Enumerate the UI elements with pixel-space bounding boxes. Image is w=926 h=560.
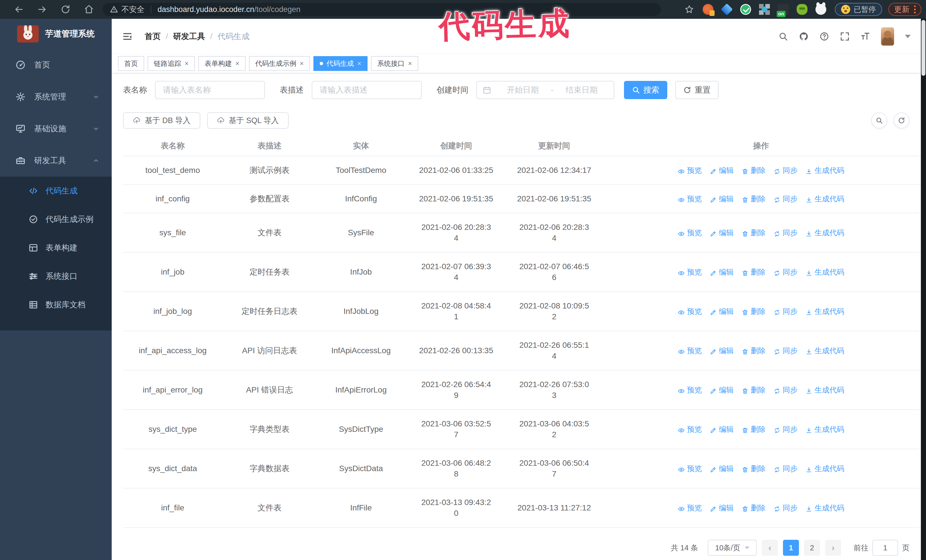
generate-code-action-link[interactable]: 生成代码 bbox=[805, 503, 844, 513]
reload-icon[interactable] bbox=[61, 4, 71, 15]
eye-action-link[interactable]: 预览 bbox=[678, 227, 702, 238]
update-button[interactable]: 更新 bbox=[888, 3, 921, 16]
home-icon[interactable] bbox=[84, 4, 94, 15]
delete-action-link[interactable]: 删除 bbox=[741, 424, 766, 435]
page-size-select[interactable]: 10条/页 bbox=[708, 540, 757, 556]
reset-button[interactable]: 重置 bbox=[675, 81, 719, 99]
edit-action-link[interactable]: 编辑 bbox=[710, 227, 734, 238]
font-size-icon[interactable] bbox=[861, 32, 870, 41]
close-icon[interactable]: × bbox=[235, 60, 239, 67]
eye-action-link[interactable]: 预览 bbox=[678, 503, 702, 513]
sync-action-link[interactable]: 同步 bbox=[773, 165, 797, 176]
edit-action-link[interactable]: 编辑 bbox=[710, 424, 734, 435]
fullscreen-icon[interactable] bbox=[840, 32, 850, 41]
submenu-item-0[interactable]: 代码生成 bbox=[0, 177, 112, 205]
sidebar-item-home[interactable]: 首页 bbox=[0, 49, 112, 81]
tab-3[interactable]: 代码生成示例× bbox=[249, 56, 310, 71]
delete-action-link[interactable]: 删除 bbox=[741, 385, 766, 395]
kebab-menu-icon[interactable] bbox=[914, 5, 916, 14]
tab-5[interactable]: 系统接口× bbox=[371, 56, 418, 71]
delete-action-link[interactable]: 删除 bbox=[741, 463, 766, 474]
edit-action-link[interactable]: 编辑 bbox=[710, 345, 734, 356]
delete-action-link[interactable]: 删除 bbox=[741, 165, 766, 176]
avatar[interactable] bbox=[881, 27, 894, 45]
generate-code-action-link[interactable]: 生成代码 bbox=[805, 345, 844, 356]
white-paw-extension-icon[interactable] bbox=[816, 4, 826, 15]
tab-2[interactable]: 表单构建× bbox=[198, 56, 246, 71]
sync-action-link[interactable]: 同步 bbox=[773, 385, 797, 395]
on-badge-extension-icon[interactable]: on bbox=[778, 4, 789, 15]
sync-action-link[interactable]: 同步 bbox=[773, 267, 797, 278]
back-icon[interactable] bbox=[14, 4, 24, 15]
close-icon[interactable]: × bbox=[185, 60, 189, 67]
delete-action-link[interactable]: 删除 bbox=[741, 306, 766, 317]
paused-badge[interactable]: 已暂停 bbox=[835, 3, 882, 16]
eye-action-link[interactable]: 预览 bbox=[678, 424, 702, 435]
table-name-input[interactable] bbox=[155, 81, 265, 99]
eye-action-link[interactable]: 预览 bbox=[678, 306, 702, 317]
eye-action-link[interactable]: 预览 bbox=[678, 463, 702, 474]
hamburger-icon[interactable] bbox=[122, 31, 133, 42]
grid-blue-extension-icon[interactable] bbox=[759, 4, 770, 15]
edit-action-link[interactable]: 编辑 bbox=[710, 165, 734, 176]
goto-page-input[interactable] bbox=[872, 540, 898, 556]
submenu-item-3[interactable]: 系统接口 bbox=[0, 262, 112, 291]
eye-action-link[interactable]: 预览 bbox=[678, 345, 702, 356]
date-start-placeholder[interactable]: 开始日期 bbox=[496, 85, 549, 95]
edit-action-link[interactable]: 编辑 bbox=[710, 306, 734, 317]
submenu-item-4[interactable]: 数据库文档 bbox=[0, 291, 112, 319]
generate-code-action-link[interactable]: 生成代码 bbox=[805, 165, 844, 176]
generate-code-action-link[interactable]: 生成代码 bbox=[805, 227, 844, 238]
page-scrollbar[interactable] bbox=[921, 19, 926, 560]
sync-action-link[interactable]: 同步 bbox=[773, 193, 797, 204]
date-range-picker[interactable]: 开始日期 - 结束日期 bbox=[477, 81, 614, 99]
search-icon[interactable] bbox=[778, 32, 788, 41]
prev-page-button[interactable]: ‹ bbox=[762, 540, 778, 556]
green-robot-extension-icon[interactable] bbox=[797, 4, 808, 15]
generate-code-action-link[interactable]: 生成代码 bbox=[805, 385, 844, 395]
delete-action-link[interactable]: 删除 bbox=[741, 193, 766, 204]
delete-action-link[interactable]: 删除 bbox=[741, 267, 766, 278]
generate-code-action-link[interactable]: 生成代码 bbox=[805, 193, 844, 204]
edit-action-link[interactable]: 编辑 bbox=[710, 267, 734, 278]
submenu-item-2[interactable]: 表单构建 bbox=[0, 234, 112, 262]
edit-action-link[interactable]: 编辑 bbox=[710, 385, 734, 395]
eye-action-link[interactable]: 预览 bbox=[678, 165, 702, 176]
sidebar-item-devtools[interactable]: 研发工具 bbox=[0, 145, 112, 177]
delete-action-link[interactable]: 删除 bbox=[741, 503, 766, 513]
breadcrumb-item-0[interactable]: 首页 bbox=[145, 31, 161, 42]
app-logo[interactable]: 芋道管理系统 bbox=[0, 19, 112, 49]
next-page-button[interactable]: › bbox=[825, 540, 841, 556]
url-bar[interactable]: 不安全 dashboard.yudao.iocoder.cn/tool/code… bbox=[103, 3, 661, 16]
help-icon[interactable] bbox=[819, 32, 829, 41]
edit-action-link[interactable]: 编辑 bbox=[710, 193, 734, 204]
date-end-placeholder[interactable]: 结束日期 bbox=[555, 85, 608, 95]
forward-icon[interactable] bbox=[37, 4, 47, 15]
import-db-button[interactable]: 基于 DB 导入 bbox=[123, 112, 200, 129]
edit-action-link[interactable]: 编辑 bbox=[710, 463, 734, 474]
eye-action-link[interactable]: 预览 bbox=[678, 267, 702, 278]
breadcrumb-item-1[interactable]: 研发工具 bbox=[173, 31, 205, 42]
blue-gem-extension-icon[interactable] bbox=[721, 3, 733, 15]
sync-action-link[interactable]: 同步 bbox=[773, 503, 797, 513]
tab-1[interactable]: 链路追踪× bbox=[148, 56, 195, 71]
close-icon[interactable]: × bbox=[357, 60, 361, 67]
refresh-table-button[interactable] bbox=[894, 113, 909, 128]
close-icon[interactable]: × bbox=[408, 60, 412, 67]
table-desc-input[interactable] bbox=[312, 81, 422, 99]
eye-action-link[interactable]: 预览 bbox=[678, 385, 702, 395]
generate-code-action-link[interactable]: 生成代码 bbox=[805, 267, 844, 278]
close-icon[interactable]: × bbox=[300, 60, 304, 67]
sidebar-item-infra[interactable]: 基础设施 bbox=[0, 113, 112, 145]
page-button-2[interactable]: 2 bbox=[804, 540, 820, 556]
generate-code-action-link[interactable]: 生成代码 bbox=[805, 306, 844, 317]
scrollbar-thumb[interactable] bbox=[921, 20, 925, 76]
generate-code-action-link[interactable]: 生成代码 bbox=[805, 463, 844, 474]
page-button-1-active[interactable]: 1 bbox=[783, 540, 799, 556]
bookmark-star-icon[interactable] bbox=[684, 5, 694, 14]
search-button[interactable]: 搜索 bbox=[624, 81, 667, 99]
edit-action-link[interactable]: 编辑 bbox=[710, 503, 734, 513]
github-icon[interactable] bbox=[799, 32, 809, 41]
eye-action-link[interactable]: 预览 bbox=[678, 193, 702, 204]
delete-action-link[interactable]: 删除 bbox=[741, 227, 766, 238]
